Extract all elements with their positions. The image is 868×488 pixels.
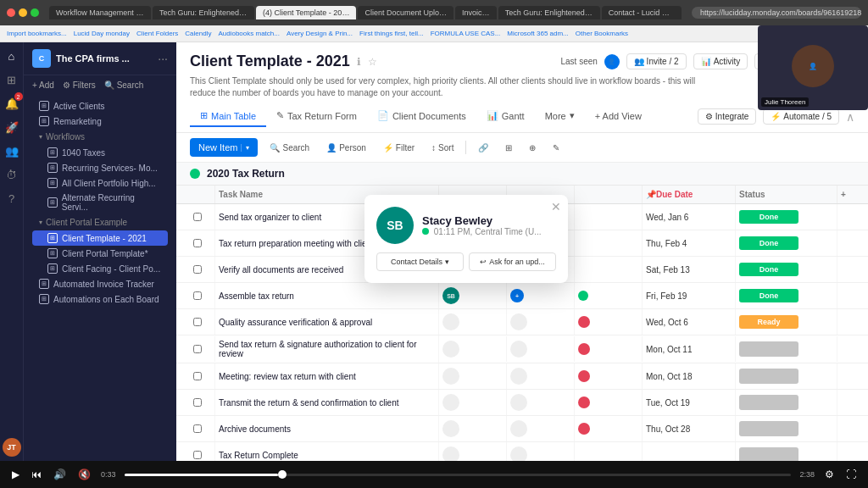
tab-client-documents[interactable]: 📄 Client Documents [367, 106, 476, 127]
info-icon[interactable]: ℹ [357, 56, 361, 68]
sidebar-item-1040[interactable]: ⊞ 1040 Taxes [32, 145, 168, 160]
td-status[interactable]: Done [736, 257, 837, 282]
th-add-col[interactable]: + [837, 186, 854, 203]
expand-button[interactable]: ⊕ [524, 141, 541, 155]
bookmark-audiobooks[interactable]: Audiobooks match... [218, 30, 279, 37]
td-checkbox[interactable] [190, 204, 215, 230]
td-task[interactable]: Transmit the return & send confirmation … [215, 390, 439, 415]
traffic-light-red[interactable] [7, 8, 15, 17]
sort-button[interactable]: ↕ Sort [426, 141, 459, 155]
dropdown-arrow-icon[interactable]: ▾ [241, 144, 249, 152]
bookmark-import[interactable]: Import bookmarks... [7, 30, 67, 37]
tab-more[interactable]: More ▾ [535, 106, 585, 127]
sidebar-item-invoice-tracker[interactable]: ⊞ Automated Invoice Tracker [32, 276, 168, 291]
td-checkbox[interactable] [190, 230, 215, 256]
sidebar-item-client-facing[interactable]: ⊞ Client Facing - Client Po... [32, 261, 168, 276]
edit-button[interactable]: ✎ [548, 141, 565, 155]
td-task[interactable]: Meeting: review tax return with client [215, 363, 439, 389]
nav-icon-people[interactable]: 👥 [3, 142, 20, 159]
tab-gantt[interactable]: 📊 Gantt [476, 106, 535, 127]
volume-button[interactable]: 🔊 [52, 467, 68, 482]
td-task[interactable]: Archive documents [215, 416, 439, 441]
tab-tech-guru-2[interactable]: Tech Guru: Enlightened IT l... [498, 6, 600, 19]
skip-back-button[interactable]: ⏮ [30, 467, 43, 482]
bookmark-ms365[interactable]: Microsoft 365 adm... [507, 30, 568, 37]
star-icon[interactable]: ☆ [368, 56, 377, 68]
person-button[interactable]: 👤 Person [321, 141, 371, 155]
nav-icon-rocket[interactable]: 🚀 [3, 119, 20, 136]
mute-button[interactable]: 🔇 [76, 467, 92, 482]
automate-button[interactable]: ⚡ Automate / 5 [763, 108, 839, 125]
td-task[interactable]: Send tax return & signature authorizatio… [215, 336, 439, 363]
tab-add-view[interactable]: + Add View [585, 106, 652, 127]
sidebar-more-icon[interactable]: ··· [158, 52, 168, 65]
sidebar-item-alternate[interactable]: ⊞ Alternate Recurring Servi... [32, 191, 168, 214]
integrate-button[interactable]: ⚙ Integrate [698, 108, 756, 125]
sidebar-search[interactable]: 🔍 Search [104, 80, 143, 90]
td-checkbox[interactable] [190, 336, 215, 362]
td-status[interactable]: Ready [736, 309, 837, 335]
link-button[interactable]: 🔗 [473, 141, 493, 155]
settings-button[interactable]: ⚙ [823, 467, 836, 482]
nav-icon-home[interactable]: ⌂ [3, 47, 20, 64]
traffic-light-green[interactable] [31, 8, 39, 17]
ask-update-button[interactable]: ↩ Ask for an upd... [469, 252, 556, 271]
sidebar-item-remarketing[interactable]: ⊞ Remarketing [32, 114, 168, 129]
tab-tech-guru-1[interactable]: Tech Guru: Enlightened IT l... [153, 6, 254, 19]
popup-close-icon[interactable]: ✕ [551, 200, 561, 214]
sidebar-group-client-portal[interactable]: ▾ Client Portal Example [32, 214, 168, 230]
td-status[interactable] [736, 390, 837, 415]
nav-icon-clock[interactable]: ⏱ [3, 166, 20, 183]
bookmark-other[interactable]: Other Bookmarks [576, 30, 628, 37]
td-status[interactable]: Done [736, 283, 837, 308]
activity-button[interactable]: 📊 Activity [693, 53, 748, 69]
td-status[interactable] [736, 363, 837, 389]
play-pause-button[interactable]: ▶ [10, 467, 21, 482]
tab-contact[interactable]: Contact - Lucid Day [602, 6, 682, 19]
sidebar-item-portal-template[interactable]: ⊞ Client Portal Template* [32, 246, 168, 261]
fullscreen-button[interactable]: ⛶ [844, 467, 858, 482]
search-button[interactable]: 🔍 Search [264, 141, 314, 155]
tab-tax-return-form[interactable]: ✎ Tax Return Form [266, 106, 367, 127]
bookmark-first-things[interactable]: First things first, tell... [359, 30, 424, 37]
sidebar-item-recurring[interactable]: ⊞ Recurring Services- Mo... [32, 160, 168, 175]
td-checkbox[interactable] [190, 309, 215, 335]
collapse-icon[interactable]: ∧ [846, 110, 854, 124]
tab-main-table[interactable]: ⊞ Main Table [190, 106, 266, 127]
sidebar-item-client-template[interactable]: ⊞ Client Template - 2021 [32, 230, 168, 246]
td-checkbox[interactable] [190, 390, 215, 415]
td-task[interactable]: Assemble tax return [215, 283, 439, 308]
sidebar-filters[interactable]: ⚙ Filters [63, 80, 96, 90]
video-progress-bar[interactable] [125, 474, 792, 476]
sidebar-group-workflows[interactable]: ▾ Workflows [32, 129, 168, 145]
nav-icon-inbox[interactable]: 🔔 [3, 95, 20, 112]
tab-client-document[interactable]: Client Document Upload [358, 6, 453, 19]
columns-button[interactable]: ⊞ [500, 141, 517, 155]
invite-button[interactable]: 👥 Invite / 2 [626, 53, 687, 69]
td-checkbox[interactable] [190, 283, 215, 308]
td-status[interactable]: Done [736, 204, 837, 230]
bookmark-formula[interactable]: FORMULA USE CAS... [431, 30, 501, 37]
tab-workflow[interactable]: Workflow Management 2.0... [49, 6, 151, 19]
nav-icon-search[interactable]: ⊞ [3, 71, 20, 88]
url-bar[interactable]: https://lucidday.monday.com/boards/96161… [692, 7, 861, 19]
user-avatar[interactable]: JT [3, 438, 21, 457]
nav-icon-question[interactable]: ? [3, 190, 20, 207]
tab-invoices[interactable]: Invoices [455, 6, 497, 19]
sidebar-add[interactable]: + Add [32, 80, 54, 90]
contact-details-button[interactable]: Contact Details ▾ [376, 252, 464, 271]
bookmark-calendly[interactable]: Calendly [185, 30, 211, 37]
td-checkbox[interactable] [190, 416, 215, 441]
tab-client-template[interactable]: (4) Client Template - 2021 [256, 6, 356, 19]
sidebar-item-portfolio[interactable]: ⊞ All Client Portfolio High... [32, 175, 168, 191]
td-status[interactable] [736, 336, 837, 362]
td-task[interactable]: Quality assurance verification & approva… [215, 309, 439, 335]
td-checkbox[interactable] [190, 363, 215, 389]
td-checkbox[interactable] [190, 257, 215, 282]
traffic-light-yellow[interactable] [19, 8, 27, 17]
sidebar-item-active-clients[interactable]: ⊞ Active Clients [32, 98, 168, 114]
new-item-button[interactable]: New Item ▾ [190, 138, 258, 157]
sidebar-item-automations[interactable]: ⊞ Automations on Each Board [32, 291, 168, 307]
filter-button[interactable]: ⚡ Filter [378, 141, 420, 155]
td-status[interactable]: Done [736, 230, 837, 256]
